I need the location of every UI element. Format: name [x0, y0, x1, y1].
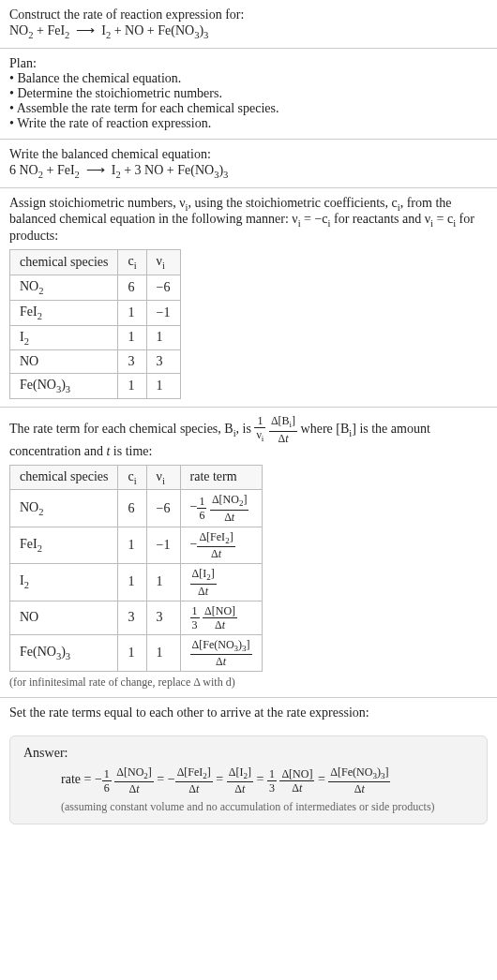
balanced-heading: Write the balanced chemical equation:	[9, 147, 488, 162]
plan-heading: Plan:	[9, 56, 488, 71]
cell-species: Fe(NO3)3	[10, 374, 118, 399]
col-c: ci	[118, 465, 146, 490]
table-row: Fe(NO3)311Δ[Fe(NO3)3]Δt	[10, 634, 263, 671]
table-row: FeI21−1−Δ[FeI2]Δt	[10, 527, 263, 563]
table-row: NO3313 Δ[NO]Δt	[10, 601, 263, 634]
cell-species: I2	[10, 564, 118, 601]
cell-species: NO2	[10, 490, 118, 527]
answer-assumption: (assuming constant volume and no accumul…	[23, 800, 474, 814]
cell-nu: −6	[146, 275, 180, 300]
cell-species: FeI2	[10, 527, 118, 563]
cell-nu: 1	[146, 564, 180, 601]
cell-c: 1	[118, 527, 146, 563]
cell-nu: 1	[146, 374, 180, 399]
cell-c: 6	[118, 490, 146, 527]
cell-nu: −6	[146, 490, 180, 527]
cell-c: 1	[118, 300, 146, 325]
table-header-row: chemical species ci νi rate term	[10, 465, 263, 490]
cell-c: 1	[118, 325, 146, 350]
table-row: I211	[10, 325, 181, 350]
table-row: I211Δ[I2]Δt	[10, 564, 263, 601]
answer-label: Answer:	[23, 746, 474, 761]
rate-term-intro: The rate term for each chemical species,…	[9, 415, 488, 458]
rate-intro-pre: The rate term for each chemical species,…	[9, 422, 254, 436]
final-heading-section: Set the rate terms equal to each other t…	[0, 698, 497, 728]
cell-nu: 1	[146, 325, 180, 350]
problem-section: Construct the rate of reaction expressio…	[0, 0, 497, 48]
table-row: FeI21−1	[10, 300, 181, 325]
cell-rate: Δ[Fe(NO3)3]Δt	[180, 634, 262, 671]
plan-item: • Assemble the rate term for each chemic…	[9, 101, 488, 116]
plan-item: • Balance the chemical equation.	[9, 71, 488, 86]
plan-item-text: Determine the stoichiometric numbers.	[17, 86, 222, 100]
col-c: ci	[118, 250, 146, 275]
col-nu: νi	[146, 250, 180, 275]
table-row: NO33	[10, 350, 181, 374]
unbalanced-equation: NO2 + FeI2 ⟶ I2 + NO + Fe(NO3)3	[9, 22, 488, 40]
col-species: chemical species	[10, 250, 118, 275]
table-row: NO26−6−16 Δ[NO2]Δt	[10, 490, 263, 527]
cell-species: FeI2	[10, 300, 118, 325]
plan-section: Plan: • Balance the chemical equation. •…	[0, 49, 497, 139]
cell-species: Fe(NO3)3	[10, 634, 118, 671]
cell-nu: 3	[146, 601, 180, 634]
infinitesimal-note: (for infinitesimal rate of change, repla…	[9, 676, 488, 690]
col-rate: rate term	[180, 465, 262, 490]
cell-nu: 3	[146, 350, 180, 374]
balanced-section: Write the balanced chemical equation: 6 …	[0, 140, 497, 187]
stoich-intro: Assign stoichiometric numbers, νi, using…	[9, 196, 488, 245]
cell-nu: −1	[146, 527, 180, 563]
table-row: Fe(NO3)311	[10, 374, 181, 399]
cell-species: NO	[10, 601, 118, 634]
final-heading: Set the rate terms equal to each other t…	[9, 705, 488, 720]
cell-rate: 13 Δ[NO]Δt	[180, 601, 262, 634]
rate-expression: rate = −16 Δ[NO2]Δt = −Δ[FeI2]Δt = Δ[I2]…	[23, 766, 474, 794]
table-row: NO26−6	[10, 275, 181, 300]
cell-c: 3	[118, 350, 146, 374]
stoich-section: Assign stoichiometric numbers, νi, using…	[0, 188, 497, 408]
cell-nu: 1	[146, 634, 180, 671]
problem-prompt: Construct the rate of reaction expressio…	[9, 7, 488, 22]
stoich-table: chemical species ci νi NO26−6 FeI21−1 I2…	[9, 249, 181, 399]
plan-item: • Write the rate of reaction expression.	[9, 116, 488, 131]
rate-term-table: chemical species ci νi rate term NO26−6−…	[9, 465, 263, 672]
cell-c: 1	[118, 374, 146, 399]
cell-species: I2	[10, 325, 118, 350]
table-header-row: chemical species ci νi	[10, 250, 181, 275]
rate-term-section: The rate term for each chemical species,…	[0, 408, 497, 697]
plan-item: • Determine the stoichiometric numbers.	[9, 86, 488, 101]
cell-rate: −Δ[FeI2]Δt	[180, 527, 262, 563]
cell-species: NO	[10, 350, 118, 374]
plan-item-text: Write the rate of reaction expression.	[17, 116, 211, 130]
col-species: chemical species	[10, 465, 118, 490]
balanced-equation: 6 NO2 + FeI2 ⟶ I2 + 3 NO + Fe(NO3)3	[9, 162, 488, 180]
cell-rate: −16 Δ[NO2]Δt	[180, 490, 262, 527]
cell-c: 1	[118, 634, 146, 671]
plan-item-text: Assemble the rate term for each chemical…	[17, 101, 279, 115]
generic-rate-fraction: 1νi Δ[Bi]Δt	[254, 422, 297, 436]
cell-c: 1	[118, 564, 146, 601]
cell-c: 3	[118, 601, 146, 634]
answer-box: Answer: rate = −16 Δ[NO2]Δt = −Δ[FeI2]Δt…	[9, 735, 488, 824]
col-nu: νi	[146, 465, 180, 490]
cell-nu: −1	[146, 300, 180, 325]
cell-c: 6	[118, 275, 146, 300]
plan-item-text: Balance the chemical equation.	[17, 71, 181, 85]
cell-rate: Δ[I2]Δt	[180, 564, 262, 601]
cell-species: NO2	[10, 275, 118, 300]
